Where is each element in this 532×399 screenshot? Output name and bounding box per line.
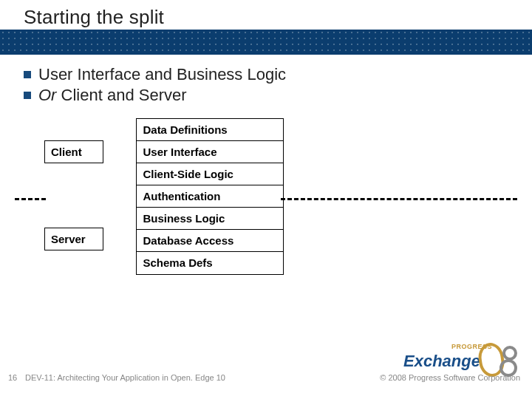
bullet-2-rest: Client and Server [56,86,186,104]
stack-cell-user-interface: User Interface [137,141,283,163]
stack-cell-database-access: Database Access [137,230,283,252]
bullet-list: User Interface and Business Logic Or Cli… [24,65,517,106]
split-dash-right [281,198,517,200]
server-label-box: Server [44,228,103,250]
client-label-box: Client [44,140,103,163]
logo-eight-top-icon [502,346,517,361]
bullet-1: User Interface and Business Logic [24,65,517,84]
split-dash-left [15,198,46,200]
slide-title: Starting the split [24,6,164,29]
bullet-2: Or Client and Server [24,86,517,105]
footer-session-title: DEV-11: Architecting Your Application in… [25,373,380,382]
footer-copyright: © 2008 Progress Software Corporation [380,373,532,382]
stack-cell-client-side-logic: Client-Side Logic [137,163,283,185]
header-band [0,30,532,55]
stack-cell-business-logic: Business Logic [137,208,283,230]
slide-number: 16 [0,373,25,382]
stack-cell-authentication: Authentication [137,185,283,208]
bullet-2-or: Or [38,86,56,104]
bullet-square-icon [24,71,31,78]
stack-cell-data-definitions: Data Definitions [137,119,283,141]
bullet-square-icon [24,92,31,99]
bullet-1-text: User Interface and Business Logic [38,65,286,84]
stack-column: Data Definitions User Interface Client-S… [136,118,284,275]
stack-cell-schema-defs: Schema Defs [137,252,283,274]
footer-bar: 16 DEV-11: Architecting Your Application… [0,364,532,392]
split-diagram: Client Server Data Definitions User Inte… [44,118,269,275]
